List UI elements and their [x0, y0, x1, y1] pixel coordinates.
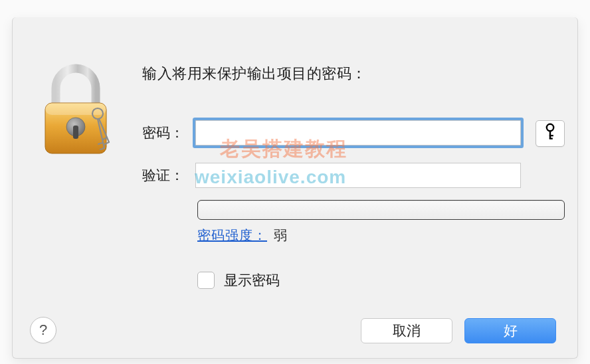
- key-icon: [543, 123, 557, 144]
- verify-input[interactable]: [195, 163, 521, 188]
- help-icon: ?: [39, 321, 47, 339]
- password-assistant-button[interactable]: [536, 120, 565, 147]
- password-row: 密码：: [142, 120, 521, 145]
- svg-rect-6: [549, 130, 551, 139]
- password-label: 密码：: [142, 124, 195, 142]
- show-password-checkbox[interactable]: [197, 272, 215, 289]
- svg-rect-7: [549, 135, 553, 136]
- password-strength-meter: [197, 200, 565, 220]
- svg-rect-3: [73, 126, 78, 139]
- password-strength-label[interactable]: 密码强度：: [197, 228, 267, 242]
- strength-bar-track: [197, 200, 565, 220]
- ok-button[interactable]: 好: [464, 318, 556, 343]
- dialog-footer: 取消 好: [361, 318, 556, 343]
- dialog-prompt: 输入将用来保护输出项目的密码：: [142, 64, 367, 84]
- show-password-label: 显示密码: [224, 271, 280, 290]
- password-strength-text: 密码强度： 弱: [197, 227, 287, 244]
- svg-point-5: [547, 124, 553, 131]
- password-dialog: 输入将用来保护输出项目的密码： 密码： 验证： 密码强度： 弱 显示密码: [12, 17, 578, 359]
- svg-rect-8: [549, 138, 553, 139]
- lock-icon: [36, 60, 116, 160]
- cancel-button[interactable]: 取消: [361, 318, 452, 343]
- password-strength-value: 弱: [274, 228, 287, 242]
- show-password-row: 显示密码: [197, 271, 280, 290]
- help-button[interactable]: ?: [30, 317, 56, 343]
- verify-row: 验证：: [142, 163, 521, 188]
- password-input[interactable]: [195, 120, 521, 145]
- verify-label: 验证：: [142, 166, 195, 185]
